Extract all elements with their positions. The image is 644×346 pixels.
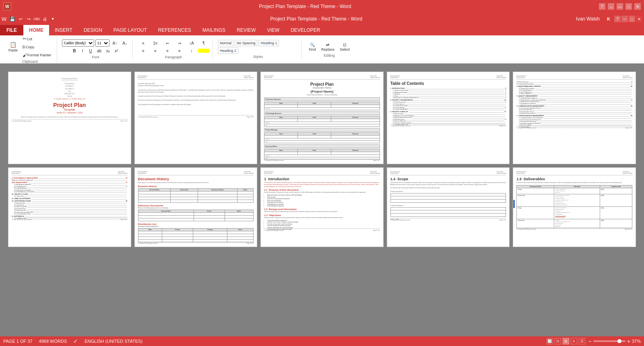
indent-decrease-button[interactable]: ⇐ — [162, 40, 173, 47]
min-btn2[interactable]: ─ — [621, 16, 628, 22]
show-para-button[interactable]: ¶ — [198, 40, 209, 47]
zoom-level: 37% — [632, 339, 641, 344]
tab-design[interactable]: DESIGN — [78, 25, 108, 35]
style-h1[interactable]: Heading 1 — [258, 40, 279, 46]
tab-home[interactable]: HOME — [23, 25, 49, 35]
language: ENGLISH (UNITED STATES) — [85, 339, 142, 344]
page8-content: 1 Introduction The Project Plan is the t… — [264, 177, 380, 230]
help-btn2[interactable]: ? — [614, 16, 621, 22]
page9-header: [Company Name][Project Name]Project Plan… — [390, 171, 506, 175]
undo-quick-btn[interactable]: ↩ — [17, 15, 24, 23]
superscript-button[interactable]: x² — [113, 47, 120, 54]
ribbon-toggle-button[interactable]: ⌄ — [608, 3, 614, 10]
numbering-button[interactable]: 1≡ — [150, 40, 161, 47]
tab-references[interactable]: REFERENCES — [153, 25, 197, 35]
tab-review[interactable]: REVIEW — [231, 25, 261, 35]
spelling-quick-btn[interactable]: ABc — [33, 15, 40, 23]
view-print-icon[interactable]: ⬜ — [547, 338, 553, 344]
page1-subtitle: Template — [64, 108, 75, 111]
view-draft-icon[interactable]: ☰ — [579, 338, 585, 344]
status-right: ⬜ ⊡ ⊞ ≡ ☰ − + 37% — [547, 338, 641, 344]
title-bar: W Project Plan Template - Red Theme - Wo… — [0, 0, 644, 13]
title-bar-left: W — [3, 2, 11, 10]
font-shrink-button[interactable]: A↓ — [120, 40, 129, 47]
underline-button[interactable]: U — [87, 47, 94, 54]
restore-btn2[interactable]: □ — [629, 16, 635, 22]
copy-button[interactable]: ⎘Copy — [21, 43, 54, 51]
zoom-area: − + 37% — [588, 338, 641, 344]
toc-items: 1 INTRODUCTION8 1.1 Purpose of the docum… — [390, 87, 506, 126]
font-family-select[interactable]: Calibri (Body) — [62, 39, 94, 47]
paste-button[interactable]: 📋Paste — [6, 40, 20, 54]
tab-view[interactable]: VIEW — [261, 25, 285, 35]
redo-quick-btn[interactable]: ↪ — [25, 15, 32, 23]
tab-developer[interactable]: DEVELOPER — [285, 25, 326, 35]
font-grow-button[interactable]: A↑ — [111, 40, 120, 47]
view-web-icon[interactable]: ⊡ — [555, 338, 561, 344]
format-painter-button[interactable]: 🖌Format Painter — [21, 51, 54, 59]
view-outline-icon[interactable]: ≡ — [571, 338, 577, 344]
tab-file[interactable]: FILE — [0, 25, 23, 35]
page-thumb-6[interactable]: [Company Name][Project Name]Project Plan… — [8, 167, 131, 247]
italic-button[interactable]: I — [79, 47, 86, 54]
zoom-in-button[interactable]: + — [627, 338, 630, 344]
shading-button[interactable] — [198, 49, 209, 53]
page4-footer: © Company 2019. All rights reserved.Page… — [390, 124, 506, 127]
help-button[interactable]: ? — [599, 3, 605, 10]
subscript-button[interactable]: x₂ — [104, 47, 112, 54]
page-thumb-4[interactable]: [Company Name][Project Name]Project Plan… — [387, 72, 510, 164]
page-thumb-10[interactable]: [Company Name][Project Name]Project Plan… — [513, 167, 636, 247]
maximize-button[interactable]: □ — [625, 3, 632, 10]
style-normal[interactable]: Normal — [218, 40, 233, 46]
font-size-select[interactable]: 11 — [95, 39, 109, 47]
tab-insert[interactable]: INSERT — [49, 25, 78, 35]
more-quick-btn[interactable]: ▼ — [49, 15, 56, 23]
print-quick-btn[interactable]: 🖨 — [41, 15, 48, 23]
page-thumb-8[interactable]: [Company Name][Project Name]Project Plan… — [260, 167, 384, 247]
page-thumb-2[interactable]: [Company Name][Project Name]Project Plan… — [134, 72, 258, 164]
page1-title: Project Plan — [53, 102, 86, 108]
page-thumb-9[interactable]: [Company Name][Project Name]Project Plan… — [387, 167, 510, 247]
align-center-button[interactable]: ≡ — [150, 47, 161, 54]
bullets-button[interactable]: ≡ — [138, 40, 149, 47]
replace-button[interactable]: ⇄Replace — [319, 41, 336, 53]
user-name-title: Ivan Walsh — [576, 16, 600, 22]
cut-button[interactable]: ✂Cut — [21, 35, 54, 43]
style-h2[interactable]: Heading 2 — [218, 47, 238, 54]
page2-content: Last edited: 01 December 2019 Copyright … — [138, 83, 254, 105]
find-button[interactable]: 🔍Find — [307, 41, 318, 53]
view-read-icon[interactable]: ⊞ — [563, 338, 569, 344]
page-thumb-7[interactable]: [Company Name][Project Name]Project Plan… — [134, 167, 258, 247]
strikethrough-button[interactable]: ab — [95, 47, 103, 54]
styles-label: Styles — [253, 55, 263, 59]
page-thumb-3[interactable]: [Company Name][Project Name]Project Plan… — [260, 72, 384, 164]
window-title: Project Plan Template - Red Theme - Word — [57, 16, 575, 22]
style-no-spacing[interactable]: No Spacing — [235, 40, 258, 46]
page-thumb-1[interactable]: [Company Name]Project Plan Company NameE… — [8, 72, 131, 164]
document-area: [Company Name]Project Plan Company NameE… — [0, 64, 644, 336]
align-left-button[interactable]: ≡ — [138, 47, 149, 54]
align-right-button[interactable]: ≡ — [162, 47, 173, 54]
page7-footer: © Company 2019. All rights reserved.Page… — [138, 241, 254, 244]
close-button[interactable]: ✕ — [634, 3, 641, 10]
minimize-button[interactable]: — — [617, 3, 623, 10]
tab-mailings[interactable]: MAILINGS — [197, 25, 231, 35]
word-app-icon: W — [2, 16, 6, 22]
page7-content: Document History Paper copies are out of… — [138, 177, 254, 243]
sort-button[interactable]: ↕A — [186, 40, 197, 47]
page5-toc: 3.8 Project Description21 3.9 Project Bu… — [516, 81, 632, 128]
line-spacing-button[interactable]: ↕ — [186, 47, 197, 54]
select-button[interactable]: ⊡Select — [338, 41, 352, 53]
close-btn2[interactable]: ✕ — [636, 16, 642, 22]
tab-page-layout[interactable]: PAGE LAYOUT — [108, 25, 153, 35]
save-quick-btn[interactable]: 💾 — [9, 15, 16, 23]
user-avatar[interactable]: K — [604, 14, 613, 24]
zoom-out-button[interactable]: − — [588, 338, 592, 344]
page7-header: [Company Name][Project Name]Project Plan… — [138, 171, 254, 175]
ribbon-group-styles: Normal No Spacing Heading 1 Heading 2 St… — [215, 40, 302, 59]
justify-button[interactable]: ≡ — [174, 47, 185, 54]
zoom-slider[interactable] — [593, 340, 625, 342]
page-thumb-5[interactable]: [Company Name][Project Name]Project Plan… — [513, 72, 636, 164]
indent-increase-button[interactable]: ⇒ — [174, 40, 185, 47]
bold-button[interactable]: B — [71, 47, 78, 54]
